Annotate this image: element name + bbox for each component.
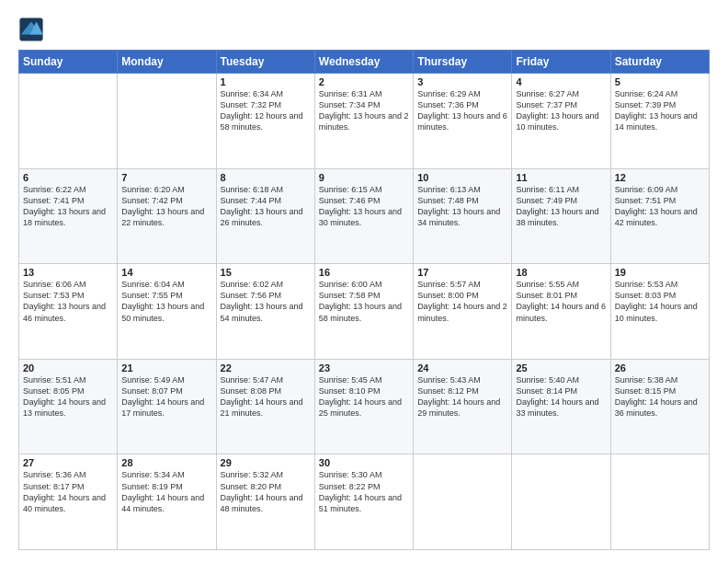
- day-info: Sunrise: 5:45 AM Sunset: 8:10 PM Dayligh…: [319, 374, 409, 419]
- day-number: 14: [121, 267, 211, 278]
- calendar-cell: 20Sunrise: 5:51 AM Sunset: 8:05 PM Dayli…: [19, 359, 118, 454]
- day-number: 8: [221, 172, 311, 183]
- calendar-cell: [118, 74, 216, 169]
- calendar-cell: 19Sunrise: 5:53 AM Sunset: 8:03 PM Dayli…: [610, 264, 709, 360]
- day-info: Sunrise: 6:04 AM Sunset: 7:55 PM Dayligh…: [121, 279, 211, 324]
- week-row-3: 13Sunrise: 6:06 AM Sunset: 7:53 PM Dayli…: [19, 264, 710, 360]
- calendar-cell: 3Sunrise: 6:29 AM Sunset: 7:36 PM Daylig…: [414, 74, 512, 169]
- day-info: Sunrise: 5:57 AM Sunset: 8:00 PM Dayligh…: [417, 279, 507, 324]
- day-number: 6: [23, 172, 113, 183]
- calendar-cell: 22Sunrise: 5:47 AM Sunset: 8:08 PM Dayli…: [216, 359, 314, 454]
- week-row-1: 1Sunrise: 6:34 AM Sunset: 7:32 PM Daylig…: [19, 74, 710, 169]
- calendar-cell: 14Sunrise: 6:04 AM Sunset: 7:55 PM Dayli…: [118, 264, 216, 360]
- calendar-cell: 25Sunrise: 5:40 AM Sunset: 8:14 PM Dayli…: [512, 359, 610, 454]
- day-info: Sunrise: 5:47 AM Sunset: 8:08 PM Dayligh…: [221, 374, 311, 419]
- calendar: SundayMondayTuesdayWednesdayThursdayFrid…: [18, 50, 710, 550]
- day-info: Sunrise: 6:22 AM Sunset: 7:41 PM Dayligh…: [23, 184, 113, 229]
- logo: [18, 17, 46, 42]
- day-info: Sunrise: 6:24 AM Sunset: 7:39 PM Dayligh…: [615, 88, 705, 133]
- calendar-cell: [610, 454, 709, 550]
- calendar-cell: 7Sunrise: 6:20 AM Sunset: 7:42 PM Daylig…: [118, 168, 216, 264]
- calendar-cell: 15Sunrise: 6:02 AM Sunset: 7:56 PM Dayli…: [216, 264, 314, 360]
- day-info: Sunrise: 5:32 AM Sunset: 8:20 PM Dayligh…: [221, 469, 311, 514]
- day-info: Sunrise: 6:06 AM Sunset: 7:53 PM Dayligh…: [23, 279, 113, 324]
- calendar-cell: 17Sunrise: 5:57 AM Sunset: 8:00 PM Dayli…: [414, 264, 512, 360]
- calendar-cell: 10Sunrise: 6:13 AM Sunset: 7:48 PM Dayli…: [414, 168, 512, 264]
- calendar-cell: 9Sunrise: 6:15 AM Sunset: 7:46 PM Daylig…: [314, 168, 413, 264]
- day-number: 21: [121, 362, 211, 373]
- week-row-5: 27Sunrise: 5:36 AM Sunset: 8:17 PM Dayli…: [19, 454, 710, 550]
- day-number: 20: [23, 362, 113, 373]
- day-number: 17: [417, 267, 507, 278]
- day-info: Sunrise: 6:34 AM Sunset: 7:32 PM Dayligh…: [221, 88, 311, 133]
- day-number: 30: [319, 457, 409, 468]
- calendar-cell: 27Sunrise: 5:36 AM Sunset: 8:17 PM Dayli…: [19, 454, 118, 550]
- col-header-friday: Friday: [512, 51, 610, 74]
- day-info: Sunrise: 6:27 AM Sunset: 7:37 PM Dayligh…: [516, 88, 606, 133]
- day-info: Sunrise: 5:36 AM Sunset: 8:17 PM Dayligh…: [23, 469, 113, 514]
- calendar-cell: [512, 454, 610, 550]
- week-row-2: 6Sunrise: 6:22 AM Sunset: 7:41 PM Daylig…: [19, 168, 710, 264]
- page: SundayMondayTuesdayWednesdayThursdayFrid…: [0, 0, 728, 563]
- day-number: 29: [221, 457, 311, 468]
- calendar-cell: 21Sunrise: 5:49 AM Sunset: 8:07 PM Dayli…: [118, 359, 216, 454]
- day-info: Sunrise: 6:31 AM Sunset: 7:34 PM Dayligh…: [319, 88, 409, 133]
- calendar-cell: 28Sunrise: 5:34 AM Sunset: 8:19 PM Dayli…: [118, 454, 216, 550]
- calendar-cell: 5Sunrise: 6:24 AM Sunset: 7:39 PM Daylig…: [610, 74, 709, 169]
- day-info: Sunrise: 5:38 AM Sunset: 8:15 PM Dayligh…: [615, 374, 705, 419]
- day-number: 1: [221, 76, 311, 87]
- logo-icon: [18, 17, 44, 42]
- day-number: 7: [121, 172, 211, 183]
- day-number: 25: [516, 362, 606, 373]
- calendar-cell: 4Sunrise: 6:27 AM Sunset: 7:37 PM Daylig…: [512, 74, 610, 169]
- day-info: Sunrise: 5:55 AM Sunset: 8:01 PM Dayligh…: [516, 279, 606, 324]
- day-info: Sunrise: 6:09 AM Sunset: 7:51 PM Dayligh…: [615, 184, 705, 229]
- day-number: 26: [615, 362, 705, 373]
- day-number: 2: [319, 76, 409, 87]
- day-info: Sunrise: 6:15 AM Sunset: 7:46 PM Dayligh…: [319, 184, 409, 229]
- week-row-4: 20Sunrise: 5:51 AM Sunset: 8:05 PM Dayli…: [19, 359, 710, 454]
- calendar-cell: 1Sunrise: 6:34 AM Sunset: 7:32 PM Daylig…: [216, 74, 314, 169]
- day-number: 13: [23, 267, 113, 278]
- day-number: 18: [516, 267, 606, 278]
- day-info: Sunrise: 6:00 AM Sunset: 7:58 PM Dayligh…: [319, 279, 409, 324]
- day-info: Sunrise: 5:30 AM Sunset: 8:22 PM Dayligh…: [319, 469, 409, 514]
- day-number: 15: [221, 267, 311, 278]
- col-header-saturday: Saturday: [610, 51, 709, 74]
- calendar-cell: 24Sunrise: 5:43 AM Sunset: 8:12 PM Dayli…: [414, 359, 512, 454]
- day-info: Sunrise: 6:02 AM Sunset: 7:56 PM Dayligh…: [221, 279, 311, 324]
- calendar-cell: 8Sunrise: 6:18 AM Sunset: 7:44 PM Daylig…: [216, 168, 314, 264]
- header: [18, 17, 710, 42]
- day-number: 3: [417, 76, 507, 87]
- col-header-thursday: Thursday: [414, 51, 512, 74]
- calendar-cell: 26Sunrise: 5:38 AM Sunset: 8:15 PM Dayli…: [610, 359, 709, 454]
- day-info: Sunrise: 5:40 AM Sunset: 8:14 PM Dayligh…: [516, 374, 606, 419]
- day-info: Sunrise: 5:43 AM Sunset: 8:12 PM Dayligh…: [417, 374, 507, 419]
- day-info: Sunrise: 6:29 AM Sunset: 7:36 PM Dayligh…: [417, 88, 507, 133]
- day-number: 9: [319, 172, 409, 183]
- day-number: 10: [417, 172, 507, 183]
- day-number: 23: [319, 362, 409, 373]
- calendar-cell: [19, 74, 118, 169]
- day-number: 27: [23, 457, 113, 468]
- day-info: Sunrise: 5:51 AM Sunset: 8:05 PM Dayligh…: [23, 374, 113, 419]
- calendar-header-row: SundayMondayTuesdayWednesdayThursdayFrid…: [19, 51, 710, 74]
- day-info: Sunrise: 5:49 AM Sunset: 8:07 PM Dayligh…: [121, 374, 211, 419]
- calendar-cell: 12Sunrise: 6:09 AM Sunset: 7:51 PM Dayli…: [610, 168, 709, 264]
- calendar-cell: 11Sunrise: 6:11 AM Sunset: 7:49 PM Dayli…: [512, 168, 610, 264]
- day-number: 5: [615, 76, 705, 87]
- day-number: 12: [615, 172, 705, 183]
- calendar-cell: 6Sunrise: 6:22 AM Sunset: 7:41 PM Daylig…: [19, 168, 118, 264]
- day-number: 24: [417, 362, 507, 373]
- day-number: 16: [319, 267, 409, 278]
- calendar-cell: 2Sunrise: 6:31 AM Sunset: 7:34 PM Daylig…: [314, 74, 413, 169]
- day-info: Sunrise: 6:13 AM Sunset: 7:48 PM Dayligh…: [417, 184, 507, 229]
- day-info: Sunrise: 5:53 AM Sunset: 8:03 PM Dayligh…: [615, 279, 705, 324]
- day-number: 4: [516, 76, 606, 87]
- day-info: Sunrise: 6:11 AM Sunset: 7:49 PM Dayligh…: [516, 184, 606, 229]
- day-number: 11: [516, 172, 606, 183]
- day-number: 28: [121, 457, 211, 468]
- calendar-cell: 18Sunrise: 5:55 AM Sunset: 8:01 PM Dayli…: [512, 264, 610, 360]
- col-header-monday: Monday: [118, 51, 216, 74]
- day-info: Sunrise: 6:20 AM Sunset: 7:42 PM Dayligh…: [121, 184, 211, 229]
